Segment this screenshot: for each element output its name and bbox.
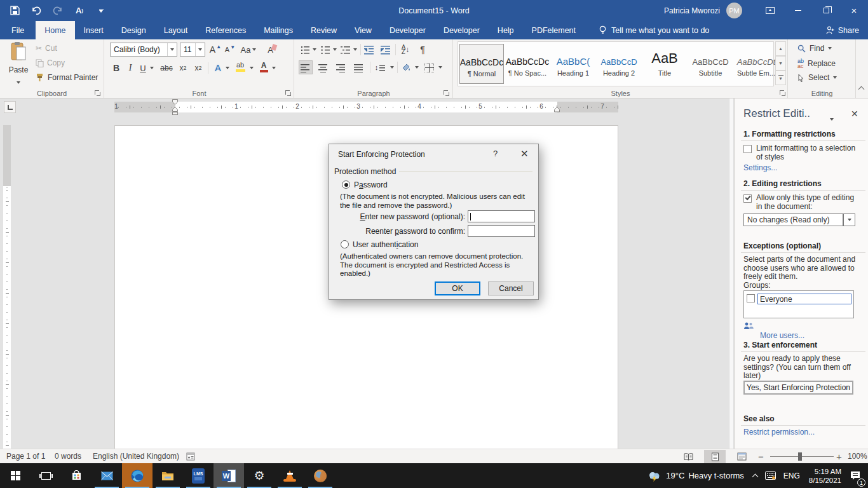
password-radio-label[interactable]: Password [354, 180, 388, 189]
enter-password-input[interactable] [468, 210, 535, 222]
tab-view[interactable]: View [346, 21, 381, 39]
task-view-button[interactable] [31, 463, 61, 488]
bullets-dropdown-icon[interactable] [311, 43, 317, 57]
line-spacing-button[interactable]: ↕ [372, 60, 388, 74]
font-family-dropdown-icon[interactable] [167, 43, 177, 56]
multilevel-dropdown-icon[interactable] [352, 43, 358, 57]
zoom-level[interactable]: 100% [848, 449, 867, 463]
highlight-dropdown-icon[interactable] [248, 61, 255, 75]
zoom-out-button[interactable]: − [758, 449, 764, 463]
password-radio[interactable] [342, 180, 350, 189]
numbering-dropdown-icon[interactable] [332, 43, 337, 57]
hanging-indent-marker[interactable] [172, 107, 178, 115]
shading-dropdown-icon[interactable] [414, 60, 419, 74]
font-color-button[interactable]: A [257, 60, 270, 74]
avatar[interactable]: PM [726, 3, 742, 18]
align-right-button[interactable] [334, 60, 348, 74]
styles-scroll-up-button[interactable]: ▲ [775, 41, 786, 56]
copy-button[interactable]: Copy [36, 58, 65, 67]
styles-more-button[interactable]: ▼ [775, 71, 786, 85]
shrink-font-button[interactable]: A▼ [224, 43, 236, 57]
collapse-ribbon-button[interactable] [859, 83, 864, 94]
settings-link[interactable]: Settings... [743, 164, 777, 173]
weather-icon[interactable] [648, 463, 661, 488]
taskbar-word[interactable]: W [214, 463, 244, 488]
touch-keyboard-icon[interactable] [765, 463, 776, 488]
pane-close-icon[interactable]: ✕ [851, 109, 858, 119]
tab-stop-selector[interactable] [4, 101, 16, 113]
zoom-in-button[interactable]: + [836, 449, 842, 463]
font-family-combo[interactable]: Calibri (Body) [110, 43, 177, 57]
yes-start-enforcing-button[interactable]: Yes, Start Enforcing Protection [743, 381, 853, 395]
reenter-password-input[interactable] [468, 225, 535, 237]
zoom-slider-track[interactable] [770, 456, 834, 457]
style-subtitle[interactable]: AaBbCcD Subtitle [688, 44, 733, 84]
more-users-link[interactable]: More users... [760, 332, 804, 341]
subscript-button[interactable]: x2 [176, 61, 190, 75]
cut-button[interactable]: ✂ Cut [36, 44, 57, 53]
paragraph-dialog-launcher[interactable] [443, 90, 449, 96]
user-authentication-radio[interactable] [341, 240, 349, 248]
tab-review[interactable]: Review [302, 21, 346, 39]
format-painter-button[interactable]: Format Painter [36, 73, 98, 82]
everyone-checkbox[interactable] [747, 294, 755, 302]
restore-button[interactable] [812, 0, 840, 21]
tab-developer-2[interactable]: Developer [435, 21, 489, 39]
horizontal-ruler[interactable]: 1 1 2 3 4 5 6 7 [114, 102, 618, 112]
taskbar-store[interactable] [61, 463, 92, 488]
close-button[interactable]: × [840, 0, 868, 21]
weather-desc[interactable]: Heavy t-storms [688, 463, 743, 488]
tab-help[interactable]: Help [489, 21, 523, 39]
vertical-scrollbar[interactable] [729, 98, 734, 449]
change-case-button[interactable]: Aa [240, 43, 257, 57]
editing-type-dropdown[interactable]: No changes (Read only) [743, 214, 843, 226]
borders-dropdown-icon[interactable] [437, 60, 443, 74]
strikethrough-button[interactable]: abc [158, 61, 175, 75]
text-effects-dropdown-icon[interactable] [224, 61, 231, 75]
allow-editing-checkbox[interactable] [743, 194, 752, 203]
tab-developer-1[interactable]: Developer [381, 21, 435, 39]
taskbar-browser[interactable] [305, 463, 336, 488]
font-size-dropdown-icon[interactable] [195, 43, 205, 56]
taskbar-mail[interactable] [92, 463, 122, 488]
paste-button[interactable]: Paste [4, 41, 33, 88]
right-indent-marker[interactable] [554, 107, 560, 112]
style-title[interactable]: AaB Title [642, 44, 687, 84]
font-dialog-launcher[interactable] [285, 90, 291, 96]
shading-button[interactable] [400, 60, 414, 74]
borders-button[interactable] [422, 60, 436, 74]
weather-temp[interactable]: 19°C [666, 463, 684, 488]
user-authentication-label[interactable]: User authentication [353, 240, 418, 249]
line-spacing-dropdown-icon[interactable] [389, 60, 395, 74]
highlight-button[interactable]: ab [233, 60, 247, 74]
find-button[interactable]: Find [797, 44, 832, 53]
grow-font-button[interactable]: A▲ [208, 43, 222, 57]
style-normal[interactable]: AaBbCcDc ¶ Normal [459, 44, 504, 84]
restrict-permission-link[interactable]: Restrict permission... [743, 428, 815, 437]
replace-button[interactable]: abac Replace [797, 58, 836, 69]
page-indicator[interactable]: Page 1 of 1 [6, 449, 45, 463]
dialog-close-button[interactable]: ✕ [520, 148, 529, 159]
increase-indent-button[interactable] [379, 43, 393, 57]
allow-editing-checkbox-row[interactable]: Allow only this type of editing in the d… [743, 194, 858, 211]
numbering-button[interactable] [319, 43, 332, 57]
limit-formatting-checkbox[interactable] [743, 145, 752, 153]
taskbar-file-explorer[interactable] [153, 463, 183, 488]
underline-button[interactable]: U [137, 61, 149, 75]
justify-button[interactable] [352, 60, 366, 74]
notification-center-button[interactable]: 1 [850, 463, 862, 488]
read-mode-button[interactable] [677, 450, 699, 463]
font-color-dropdown-icon[interactable] [271, 61, 277, 75]
font-size-combo[interactable]: 11 [180, 43, 205, 57]
show-paragraph-marks-button[interactable]: ¶ [417, 43, 428, 57]
style-no-spacing[interactable]: AaBbCcDc ¶ No Spac... [505, 44, 550, 84]
text-effects-button[interactable]: A [212, 61, 224, 75]
clipboard-dialog-launcher[interactable] [94, 90, 100, 96]
zoom-slider-thumb[interactable] [798, 452, 802, 461]
ok-button[interactable]: OK [435, 281, 480, 295]
taskbar-settings[interactable]: ⚙ [244, 463, 275, 488]
decrease-indent-button[interactable] [362, 43, 376, 57]
taskbar-vlc[interactable] [275, 463, 305, 488]
word-count[interactable]: 0 words [55, 449, 81, 463]
web-layout-button[interactable] [731, 450, 752, 463]
